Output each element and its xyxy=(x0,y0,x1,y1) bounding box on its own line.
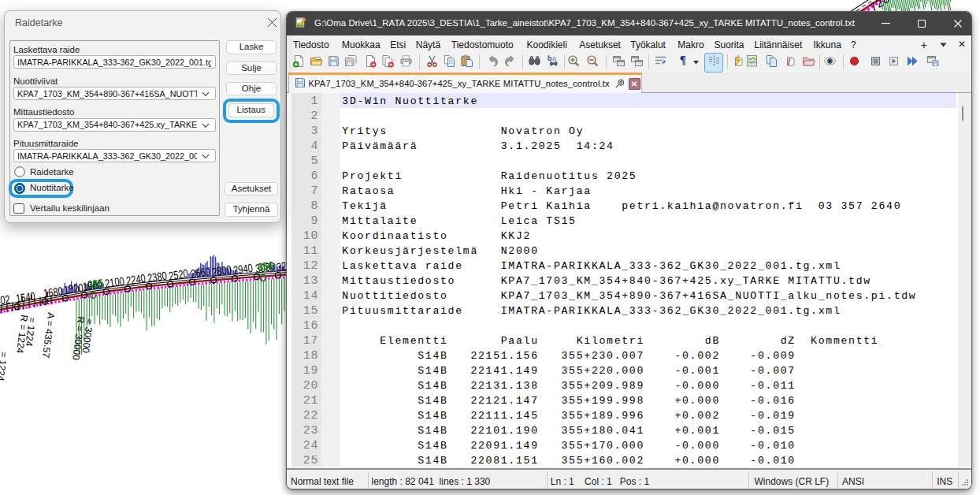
svg-text:2800: 2800 xyxy=(211,262,232,278)
svg-text:2100: 2100 xyxy=(104,274,125,290)
svg-text:2940: 2940 xyxy=(232,261,254,277)
svg-text:2380: 2380 xyxy=(147,269,168,285)
svg-text:356: 356 xyxy=(257,259,274,274)
svg-text:355: 355 xyxy=(87,277,104,292)
svg-text:2520: 2520 xyxy=(168,266,189,282)
svg-text:1820: 1820 xyxy=(63,281,84,296)
svg-text:2660: 2660 xyxy=(190,264,211,280)
svg-text:2240: 2240 xyxy=(125,271,147,287)
svg-text:1540: 1540 xyxy=(15,289,36,305)
svg-text:a: a xyxy=(552,54,557,62)
svg-text:1680: 1680 xyxy=(43,284,64,300)
